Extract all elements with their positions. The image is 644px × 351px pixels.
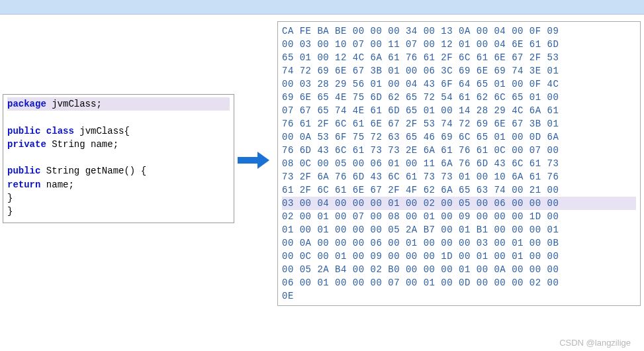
hex-line: 00 05 2A B4 00 02 B0 00 00 00 01 00 0A 0… (282, 263, 636, 276)
code-line: package jvmClass; (7, 97, 230, 111)
code-line: private String name; (7, 138, 230, 151)
hex-line: 00 0A 53 6F 75 72 63 65 46 69 6C 65 01 0… (282, 130, 636, 144)
hex-line: 76 6D 43 6C 61 73 73 2E 6A 61 76 61 0C 0… (282, 144, 636, 157)
header-strip (0, 0, 644, 15)
keyword-class: class (40, 126, 73, 136)
hex-line: 69 6E 65 4E 75 6D 62 65 72 54 61 62 6C 6… (282, 91, 636, 104)
hex-line: 00 03 00 10 07 00 11 07 00 12 01 00 04 6… (282, 38, 636, 51)
hex-line: 08 0C 00 05 00 06 01 00 11 6A 76 6D 43 6… (282, 157, 636, 170)
hex-line: CA FE BA BE 00 00 00 34 00 13 0A 00 04 0… (282, 25, 636, 38)
watermark: CSDN @langzilige (559, 338, 631, 348)
hex-line: 02 00 01 00 07 00 08 00 01 00 09 00 00 0… (282, 210, 636, 223)
code-line: public String getName() { (7, 164, 230, 177)
hex-line: 76 61 2F 6C 61 6E 67 2F 53 74 72 69 6E 6… (282, 117, 636, 130)
hex-line: 03 00 04 00 00 00 01 00 02 00 05 00 06 0… (282, 197, 636, 210)
hex-line: 00 0C 00 01 00 09 00 00 00 1D 00 01 00 0… (282, 250, 636, 263)
keyword-package: package (7, 99, 46, 109)
hex-line: 00 03 28 29 56 01 00 04 43 6F 64 65 01 0… (282, 77, 636, 91)
hex-line: 61 2F 6C 61 6E 67 2F 4F 62 6A 65 63 74 0… (282, 183, 636, 197)
hex-line: 07 67 65 74 4E 61 6D 65 01 00 14 28 29 4… (282, 104, 636, 117)
arrow-right-icon (238, 154, 271, 167)
code-line: public class jvmClass{ (7, 125, 230, 138)
keyword-public: public (7, 166, 40, 176)
code-line: } (7, 205, 230, 218)
arrow-wrapper (234, 154, 274, 167)
hex-line: 06 00 01 00 00 00 07 00 01 00 0D 00 00 0… (282, 276, 636, 289)
hex-line: 00 0A 00 00 00 06 00 01 00 00 00 03 00 0… (282, 236, 636, 250)
keyword-private: private (7, 139, 46, 150)
hex-line: 01 00 01 00 00 00 05 2A B7 00 01 B1 00 0… (282, 223, 636, 236)
main-content: package jvmClass; public class jvmClass{… (0, 15, 644, 306)
hex-line: 73 2F 6A 76 6D 43 6C 61 73 73 01 00 10 6… (282, 170, 636, 183)
source-code-panel: package jvmClass; public class jvmClass{… (3, 94, 234, 223)
code-blank (7, 111, 230, 124)
code-line: return name; (7, 178, 230, 191)
keyword-return: return (7, 179, 40, 190)
hex-line: 74 72 69 6E 67 3B 01 00 06 3C 69 6E 69 7… (282, 64, 636, 77)
keyword-public: public (7, 126, 40, 136)
hex-line: 0E (282, 289, 636, 303)
hex-line: 65 01 00 12 4C 6A 61 76 61 2F 6C 61 6E 6… (282, 51, 636, 64)
hex-dump-panel: CA FE BA BE 00 00 00 34 00 13 0A 00 04 0… (277, 21, 641, 306)
code-blank (7, 151, 230, 164)
code-line: } (7, 191, 230, 205)
